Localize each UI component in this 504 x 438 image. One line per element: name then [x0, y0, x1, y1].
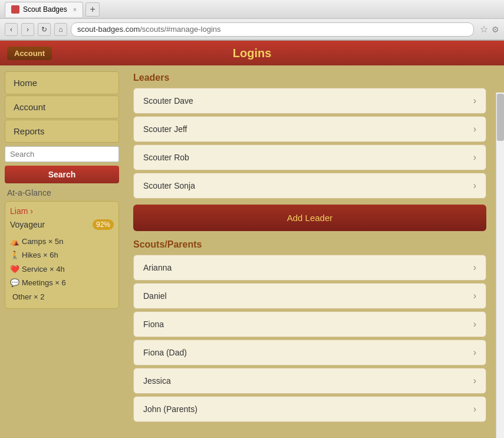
address-bar[interactable]: scout-badges.com/scouts/#manage-logins	[71, 22, 474, 37]
tab-close-btn[interactable]: ×	[73, 6, 77, 13]
chevron-right-icon: ›	[473, 291, 476, 301]
chevron-right-icon: ›	[473, 180, 476, 191]
bookmark-button[interactable]: ☆	[480, 24, 488, 35]
liam-row: Liam ›	[10, 206, 114, 216]
scout-selector[interactable]: Liam ›	[10, 206, 33, 216]
leader-item-dave[interactable]: Scouter Dave ›	[133, 88, 486, 114]
voyageur-label: Voyageur	[10, 220, 45, 229]
stat-camps: ⛺ Camps × 5n	[10, 235, 114, 248]
search-input[interactable]	[5, 146, 119, 162]
chevron-right-icon: ›	[473, 95, 476, 106]
scout-item-john-parents[interactable]: John (Parents) ›	[133, 396, 486, 422]
other-label: Other × 2	[12, 290, 45, 304]
sidebar-item-account[interactable]: Account	[5, 95, 119, 118]
hikes-icon: 🚶	[10, 248, 19, 262]
leader-name: Scouter Rob	[143, 153, 189, 162]
stat-hikes: 🚶 Hikes × 6h	[10, 248, 114, 262]
home-button[interactable]: ⌂	[54, 23, 67, 36]
leader-name: Scouter Jeff	[143, 124, 187, 134]
stats-list: ⛺ Camps × 5n 🚶 Hikes × 6h ❤️ Service × 4…	[10, 235, 114, 304]
add-leader-button[interactable]: Add Leader	[133, 205, 486, 231]
account-button[interactable]: Account	[7, 47, 52, 60]
scout-name: Daniel	[143, 291, 167, 301]
voyageur-badge: 92%	[93, 219, 114, 230]
scout-name: Liam	[10, 206, 28, 216]
camps-label: Camps × 5n	[22, 235, 63, 248]
chevron-right-icon: ›	[473, 347, 476, 358]
scout-name: Fiona (Dad)	[143, 348, 187, 357]
scout-name: Fiona	[143, 320, 164, 329]
scout-item-arianna[interactable]: Arianna ›	[133, 255, 486, 281]
app-header: Account Logins	[0, 41, 504, 65]
chevron-right-icon: ›	[473, 376, 476, 386]
scout-name: Jessica	[143, 376, 171, 386]
service-label: Service × 4h	[22, 262, 65, 276]
search-button[interactable]: Search	[5, 166, 119, 183]
voyageur-row: Voyageur 92%	[10, 219, 114, 230]
chevron-right-icon: ›	[473, 319, 476, 330]
back-button[interactable]: ‹	[5, 23, 18, 36]
scout-item-fiona[interactable]: Fiona ›	[133, 311, 486, 337]
chevron-right-icon: ›	[473, 262, 476, 273]
active-tab[interactable]: Scout Badges ×	[5, 2, 83, 17]
at-a-glance-box: Liam › Voyageur 92% ⛺ Camps × 5n 🚶 Hike	[5, 201, 119, 309]
service-icon: ❤️	[10, 262, 19, 276]
scout-name: Arianna	[143, 263, 172, 272]
chevron-right-icon: ›	[30, 206, 33, 216]
at-a-glance-title: At-a-Glance	[5, 185, 119, 200]
refresh-button[interactable]: ↻	[38, 23, 51, 36]
sidebar-item-home[interactable]: Home	[5, 71, 119, 94]
chevron-right-icon: ›	[473, 152, 476, 163]
app-wrapper: Account Logins Home Account Reports Sear…	[0, 41, 504, 438]
main-layout: Home Account Reports Search At-a-Glance …	[0, 65, 504, 438]
sidebar-item-reports[interactable]: Reports	[5, 120, 119, 143]
leader-name: Scouter Sonja	[143, 181, 195, 190]
tab-title: Scout Badges	[23, 5, 67, 14]
title-bar: Scout Badges × +	[0, 0, 504, 19]
leader-item-sonja[interactable]: Scouter Sonja ›	[133, 173, 486, 199]
meetings-label: Meetings × 6	[22, 276, 66, 289]
url-path: /scouts/#manage-logins	[140, 25, 220, 34]
scout-item-daniel[interactable]: Daniel ›	[133, 283, 486, 309]
stat-other: Other × 2	[10, 290, 114, 304]
tab-favicon	[11, 5, 19, 14]
scrollbar-track[interactable]	[496, 93, 504, 438]
chevron-right-icon: ›	[473, 124, 476, 134]
leader-item-jeff[interactable]: Scouter Jeff ›	[133, 116, 486, 142]
url-scheme: scout-badges.com	[77, 25, 140, 34]
sidebar: Home Account Reports Search At-a-Glance …	[0, 65, 124, 438]
page-title: Logins	[233, 47, 272, 60]
stat-service: ❤️ Service × 4h	[10, 262, 114, 276]
chevron-right-icon: ›	[473, 404, 476, 414]
new-tab-button[interactable]: +	[85, 2, 100, 17]
hikes-label: Hikes × 6h	[22, 248, 58, 262]
leader-name: Scouter Dave	[143, 96, 193, 106]
settings-button[interactable]: ⚙	[492, 25, 499, 34]
nav-bar: ‹ › ↻ ⌂ scout-badges.com/scouts/#manage-…	[0, 19, 504, 40]
scout-name: John (Parents)	[143, 404, 197, 414]
content-area: Leaders Scouter Dave › Scouter Jeff › Sc…	[124, 65, 496, 438]
scout-item-jessica[interactable]: Jessica ›	[133, 368, 486, 394]
scouts-section-title: Scouts/Parents	[133, 239, 486, 250]
scout-item-fiona-dad[interactable]: Fiona (Dad) ›	[133, 340, 486, 365]
leader-item-rob[interactable]: Scouter Rob ›	[133, 144, 486, 170]
forward-button[interactable]: ›	[21, 23, 34, 36]
camps-icon: ⛺	[10, 235, 19, 248]
stat-meetings: 💬 Meetings × 6	[10, 276, 114, 289]
meetings-icon: 💬	[10, 276, 19, 289]
leaders-section-title: Leaders	[133, 73, 486, 83]
scrollbar-thumb[interactable]	[497, 94, 504, 141]
browser-chrome: Scout Badges × + ‹ › ↻ ⌂ scout-badges.co…	[0, 0, 504, 41]
